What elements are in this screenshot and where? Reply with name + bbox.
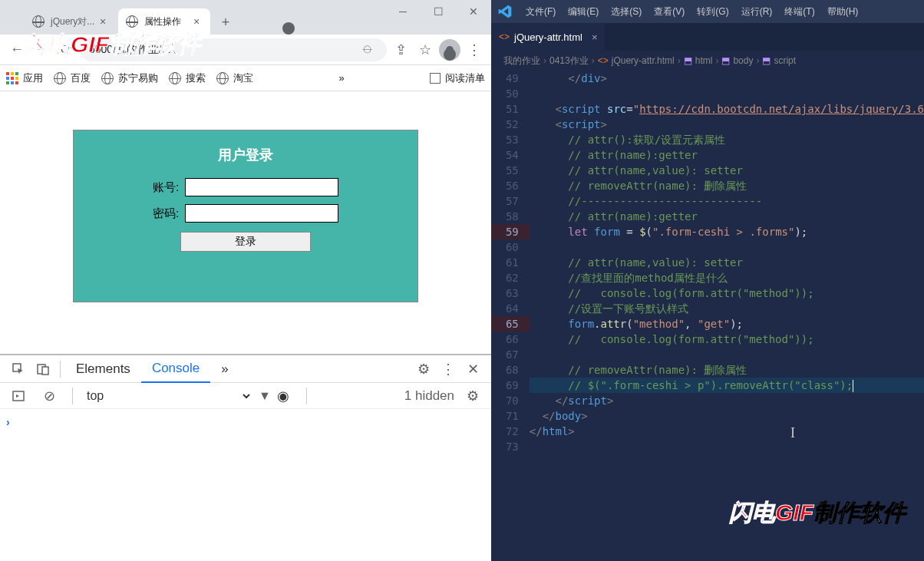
gear-icon[interactable]: ⚙ [411,357,436,381]
address-text: 5500/我的作业/... [89,43,171,57]
clear-icon[interactable]: ⊘ [37,384,61,408]
bookmark-baidu[interactable]: 百度 [54,71,91,85]
inspect-icon[interactable] [6,357,31,381]
close-button[interactable]: ✕ [456,0,491,23]
star-button[interactable]: ☆ [414,39,436,61]
globe-icon [54,72,66,84]
kebab-icon[interactable]: ⋮ [436,357,460,381]
close-icon[interactable]: × [190,15,203,28]
apps-icon [6,72,18,84]
tab-title: jQuery对... [51,15,94,28]
devtools-tabbar: Elements Console » ⚙ ⋮ ✕ [0,355,491,383]
username-input[interactable] [185,178,338,196]
context-select[interactable]: top [84,387,252,405]
page-content: 用户登录 账号: 密码: 登录 [0,91,491,354]
browser-tab-0[interactable]: jQuery对... × [25,8,117,35]
menu-button[interactable]: ⋮ [464,39,485,61]
globe-icon [32,15,45,28]
bookmark-search[interactable]: 搜索 [169,71,206,85]
menu-help[interactable]: 帮助(H) [822,0,864,23]
browser-tab-1[interactable]: 属性操作 × [118,8,210,35]
code-editor[interactable]: 4950515253545556575859606162636465666768… [491,71,924,561]
text-cursor-icon: I [790,425,795,441]
bookmark-overflow[interactable]: » [338,72,344,84]
form-title: 用户登录 [74,146,417,164]
globe-icon [216,72,229,84]
vscode-window: 闪电GIF制作软件 文件(F) 编辑(E) 选择(S) 查看(V) 转到(G) … [491,0,924,561]
bookmark-suning[interactable]: 苏宁易购 [101,71,158,85]
window-controls: ─ ☐ ✕ [385,0,491,23]
prompt-icon: › [6,416,10,428]
globe-icon [169,72,181,84]
apps-button[interactable]: 应用 [6,71,43,85]
device-icon[interactable] [31,357,55,381]
address-bar[interactable]: 5500/我的作业/... ⦵ [80,38,387,61]
vscode-menubar: 文件(F) 编辑(E) 选择(S) 查看(V) 转到(G) 运行(R) 终端(T… [491,0,924,23]
chrome-window: 闪电GIF制作软件 jQuery对... × 属性操作 × + ─ ☐ ✕ ← … [0,0,491,561]
hidden-count: 1 hidden [404,388,454,404]
share-button[interactable]: ⇪ [390,39,411,61]
svg-rect-2 [42,367,48,375]
reload-button[interactable]: ⟳ [55,39,77,61]
brackets-icon: ⬒ [762,55,771,66]
bookmark-taobao[interactable]: 淘宝 [216,71,253,85]
tab-elements[interactable]: Elements [65,355,141,383]
globe-icon [101,72,114,84]
maximize-button[interactable]: ☐ [421,0,456,23]
line-gutter: 4950515253545556575859606162636465666768… [491,71,530,561]
menu-view[interactable]: 查看(V) [648,0,690,23]
html-file-icon: <> [598,55,609,66]
tab-overflow[interactable]: » [210,355,239,383]
code-content[interactable]: </div> <script src="https://cdn.bootcdn.… [530,71,924,561]
eye-icon[interactable]: ◉ [277,388,295,404]
login-button[interactable]: 登录 [180,232,311,252]
username-label: 账号: [153,180,179,195]
password-input[interactable] [185,204,338,223]
reading-list-button[interactable]: 阅读清单 [430,71,485,85]
brackets-icon: ⬒ [684,55,692,66]
minimize-button[interactable]: ─ [385,0,421,23]
devtools: Elements Console » ⚙ ⋮ ✕ ⊘ top ▼ ◉ 1 hid… [0,354,491,561]
sidebar-toggle-icon[interactable] [6,384,31,408]
forward-button[interactable]: → [31,39,52,61]
translate-icon[interactable]: ⦵ [359,42,375,58]
menu-selection[interactable]: 选择(S) [606,0,647,23]
bookmark-bar: 应用 百度 苏宁易购 搜索 淘宝 » 阅读清单 [0,65,491,91]
devtools-close-icon[interactable]: ✕ [460,357,485,381]
profile-button[interactable] [439,39,460,61]
chrome-titlebar: jQuery对... × 属性操作 × + ─ ☐ ✕ [0,0,491,35]
console-toolbar: ⊘ top ▼ ◉ 1 hidden ⚙ [0,383,491,409]
new-tab-button[interactable]: + [215,12,236,33]
gear-icon[interactable]: ⚙ [460,384,485,408]
menu-terminal[interactable]: 终端(T) [779,0,820,23]
menu-edit[interactable]: 编辑(E) [563,0,604,23]
chrome-toolbar: ← → ⟳ 5500/我的作业/... ⦵ ⇪ ☆ ⋮ [0,35,491,65]
close-icon[interactable]: × [97,15,109,28]
vscode-logo-icon [497,4,513,19]
recording-icon [282,22,295,35]
tab-console[interactable]: Console [141,355,210,383]
globe-icon [126,15,138,28]
brackets-icon: ⬒ [721,55,730,66]
login-form: 用户登录 账号: 密码: 登录 [73,130,418,302]
password-label: 密码: [153,206,179,221]
close-icon[interactable]: × [592,31,598,43]
breadcrumb[interactable]: 我的作业› 0413作业› <> jQuery-attr.html› ⬒ htm… [491,51,924,71]
console-output[interactable]: › [0,409,491,561]
vscode-tabs: <> jQuery-attr.html × [491,23,924,51]
menu-go[interactable]: 转到(G) [691,0,734,23]
tab-title: 属性操作 [144,15,181,28]
list-icon [430,73,441,84]
html-file-icon: <> [499,31,510,42]
back-button[interactable]: ← [6,39,28,61]
editor-tab[interactable]: <> jQuery-attr.html × [491,23,605,51]
menu-file[interactable]: 文件(F) [520,0,561,23]
menu-run[interactable]: 运行(R) [736,0,778,23]
